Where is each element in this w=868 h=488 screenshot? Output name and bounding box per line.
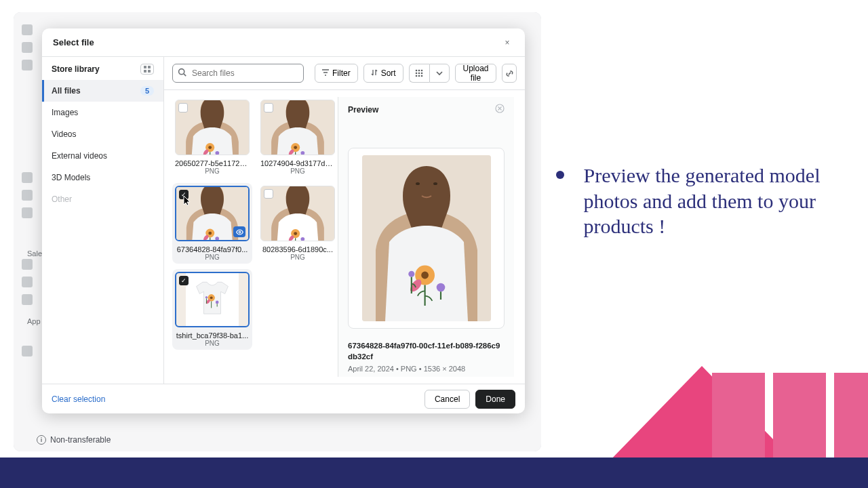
svg-point-8 [179, 69, 184, 75]
file-name: 80283596-6d1890c... [260, 245, 335, 253]
cancel-button[interactable]: Cancel [425, 390, 470, 409]
file-type: PNG [260, 167, 335, 175]
chevron-down-icon [436, 70, 443, 77]
bg-apps-label: App [27, 317, 41, 325]
search-icon [178, 68, 186, 79]
svg-point-10 [416, 70, 418, 72]
svg-rect-6 [144, 70, 146, 73]
close-preview-icon[interactable] [495, 104, 505, 115]
svg-point-29 [208, 232, 212, 235]
upload-label: Upload file [462, 64, 490, 83]
sidebar-item[interactable]: Videos [42, 123, 163, 145]
filter-button[interactable]: Filter [315, 64, 358, 83]
preview-image-box [348, 148, 505, 329]
sidebar-item-label: Images [52, 108, 78, 117]
preview-pane: Preview [338, 97, 514, 377]
svg-point-11 [418, 70, 420, 72]
file-thumbnail[interactable]: 80283596-6d1890c...PNG [258, 183, 338, 264]
svg-point-18 [421, 75, 423, 77]
svg-rect-2 [773, 373, 826, 464]
link-button[interactable] [502, 64, 517, 83]
file-grid-pane: Filter Sort Upl [164, 57, 525, 384]
view-dropdown-button[interactable] [429, 64, 450, 83]
background-sidebar [14, 12, 41, 451]
cursor-icon [183, 195, 193, 208]
non-transferable-text: Non-transferable [50, 435, 111, 445]
bg-sales-label: Sale [27, 249, 42, 258]
sidebar-item[interactable]: Other [42, 188, 163, 210]
sidebar-item-label: 3D Models [52, 173, 90, 182]
preview-eye-icon[interactable] [233, 226, 245, 237]
sidebar-item[interactable]: External videos [42, 145, 163, 167]
checkbox[interactable]: ✓ [179, 276, 189, 285]
thumbnail-image [175, 100, 250, 155]
toolbar: Filter Sort Upl [164, 57, 525, 90]
file-thumbnail[interactable]: 10274904-9d3177da...PNG [258, 97, 338, 178]
svg-point-15 [421, 73, 423, 75]
preview-image [362, 155, 491, 321]
svg-rect-4 [144, 66, 146, 68]
close-icon[interactable]: × [500, 36, 514, 49]
sort-button[interactable]: Sort [363, 64, 403, 83]
file-type: PNG [175, 253, 250, 261]
filter-icon [322, 68, 329, 78]
sidebar-item-label: External videos [52, 151, 107, 161]
app-screenshot: Sale App i Non-transferable Select file … [14, 12, 541, 451]
file-name: 20650277-b5e11722... [175, 159, 250, 167]
file-type: PNG [260, 253, 335, 261]
sidebar-item-label: Other [52, 195, 72, 204]
thumbnail-image [260, 186, 335, 241]
thumbnail-image [260, 100, 335, 155]
non-transferable-badge: i Non-transferable [37, 435, 111, 445]
svg-point-41 [205, 296, 208, 298]
svg-rect-1 [712, 373, 765, 464]
sidebar-item[interactable]: Images [42, 102, 163, 123]
svg-point-39 [210, 296, 213, 299]
modal-footer: Clear selection Cancel Done [42, 384, 525, 413]
file-name: 10274904-9d3177da... [260, 159, 335, 167]
svg-point-13 [416, 73, 418, 75]
svg-point-49 [408, 271, 414, 277]
search-field[interactable] [172, 64, 304, 83]
file-type: PNG [175, 167, 250, 175]
upload-button[interactable]: Upload file [455, 64, 497, 83]
bullet-icon [556, 171, 564, 179]
svg-rect-5 [148, 66, 151, 68]
count-badge: 5 [140, 86, 154, 96]
checkbox[interactable] [178, 103, 188, 113]
promo-copy: Preview the generated model photos and a… [556, 163, 841, 239]
sidebar-item[interactable]: 3D Models [42, 167, 163, 188]
checkbox[interactable] [264, 189, 273, 199]
view-grid-button[interactable] [409, 64, 429, 83]
thumbnail-image: ✓ [175, 272, 250, 327]
sidebar-heading: Store library [52, 64, 100, 74]
svg-point-40 [216, 301, 219, 304]
svg-line-9 [184, 74, 186, 76]
modal-header: Select file × [42, 28, 525, 57]
thumbnail-image: ✓ [175, 186, 250, 241]
file-thumbnail[interactable]: ✓tshirt_bca79f38-ba1...PNG [172, 269, 252, 350]
sort-label: Sort [381, 68, 396, 78]
file-thumbnail[interactable]: 20650277-b5e11722...PNG [172, 97, 252, 178]
library-switch-icon[interactable] [140, 64, 154, 75]
file-thumbnail[interactable]: ✓67364828-84fa97f0...PNG [172, 183, 252, 264]
file-type: PNG [175, 340, 250, 347]
done-button[interactable]: Done [475, 390, 515, 409]
modal-title: Select file [53, 37, 94, 47]
file-picker-modal: Select file × Store library All files5Im… [42, 28, 525, 413]
grid-icon [415, 69, 423, 77]
file-name: tshirt_bca79f38-ba1... [175, 331, 250, 340]
svg-rect-3 [834, 373, 868, 464]
svg-point-16 [416, 75, 418, 77]
checkbox[interactable] [264, 103, 273, 113]
info-icon: i [37, 435, 46, 445]
search-input[interactable] [172, 64, 304, 83]
sidebar-item[interactable]: All files5 [42, 80, 163, 102]
svg-point-21 [208, 146, 212, 149]
filter-label: Filter [332, 68, 351, 78]
svg-point-47 [421, 272, 429, 279]
svg-point-48 [436, 283, 445, 292]
svg-point-14 [418, 73, 420, 75]
link-icon [505, 69, 514, 78]
clear-selection-link[interactable]: Clear selection [52, 394, 105, 404]
